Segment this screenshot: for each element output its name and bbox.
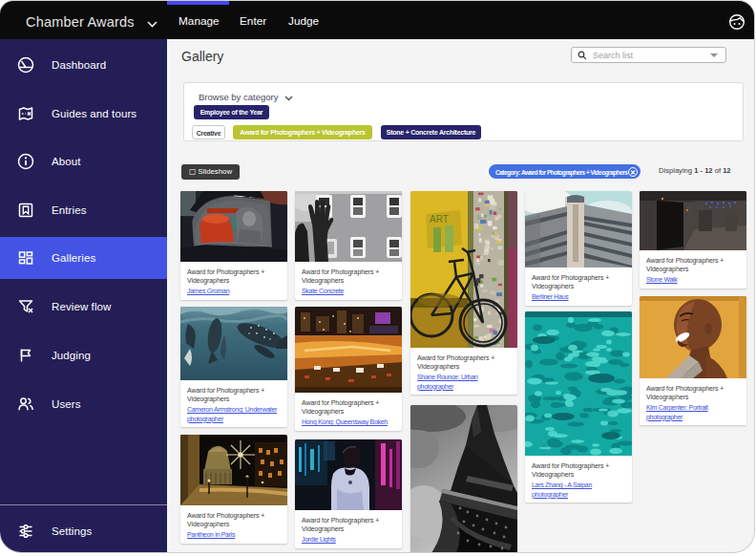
svg-text:ART: ART [430,214,449,225]
